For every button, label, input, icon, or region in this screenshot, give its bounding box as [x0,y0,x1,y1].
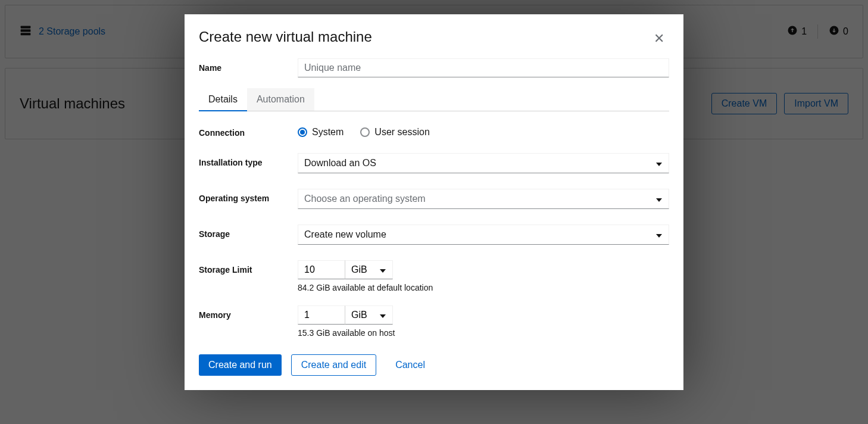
connection-label: Connection [199,123,298,138]
tab-details[interactable]: Details [199,88,247,111]
modal-tabs: Details Automation [199,88,669,111]
install-type-label: Installation type [199,153,298,167]
os-label: Operating system [199,189,298,203]
create-and-edit-button[interactable]: Create and edit [291,354,376,376]
install-type-select[interactable]: Download an OS [298,153,669,173]
name-input[interactable] [298,58,669,77]
modal-title: Create new virtual machine [199,29,372,45]
storage-limit-label: Storage Limit [199,260,298,275]
storage-value[interactable]: Create new volume [298,225,669,245]
storage-limit-input[interactable] [298,260,345,279]
memory-unit[interactable]: GiB [345,305,393,325]
storage-limit-unit[interactable]: GiB [345,260,393,279]
create-and-run-button[interactable]: Create and run [199,354,282,376]
radio-user-session-label: User session [374,127,429,138]
memory-unit-select[interactable]: GiB [345,305,393,325]
radio-user-session[interactable]: User session [360,127,429,138]
storage-select[interactable]: Create new volume [298,225,669,245]
os-select[interactable]: Choose an operating system [298,189,669,209]
close-icon[interactable]: ✕ [649,29,669,49]
storage-limit-unit-select[interactable]: GiB [345,260,393,279]
cancel-button[interactable]: Cancel [386,355,435,375]
memory-label: Memory [199,305,298,320]
storage-limit-helper: 84.2 GiB available at default location [298,283,669,292]
install-type-value[interactable]: Download an OS [298,153,669,173]
storage-label: Storage [199,225,298,239]
name-label: Name [199,58,298,73]
radio-system-label: System [312,127,344,138]
tab-automation[interactable]: Automation [247,88,314,111]
radio-system[interactable]: System [298,127,344,138]
memory-helper: 15.3 GiB available on host [298,328,669,338]
os-placeholder[interactable]: Choose an operating system [298,189,669,209]
create-vm-modal: Create new virtual machine ✕ Name Detail… [185,14,683,390]
memory-input[interactable] [298,305,345,325]
